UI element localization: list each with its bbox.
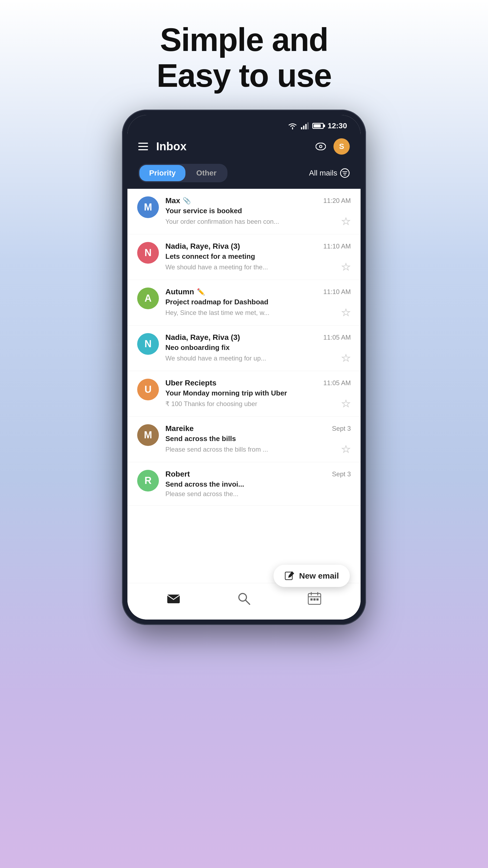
email-time: 11:05 AM (323, 334, 351, 341)
eye-button[interactable] (314, 139, 328, 154)
calendar-icon (307, 591, 322, 606)
star-icon[interactable] (341, 353, 351, 363)
phone-screen: 12:30 Inbox S Prior (127, 115, 361, 620)
svg-rect-3 (307, 122, 308, 129)
email-content: Robert Sept 3 Send across the invoi... P… (165, 470, 351, 498)
battery-icon (312, 123, 324, 129)
status-time: 12:30 (327, 122, 347, 130)
email-sender: Nadia, Raye, Riva (3) (165, 333, 240, 342)
svg-rect-0 (301, 127, 302, 129)
status-bar: 12:30 (127, 115, 361, 133)
email-item[interactable]: M Max 📎 11:20 AM Your service is booked … (127, 189, 361, 235)
email-time: 11:10 AM (323, 288, 351, 296)
star-icon[interactable] (341, 217, 351, 226)
email-preview: Please send across the... (165, 490, 351, 498)
email-preview: ₹ 100 Thanks for choosing uber (165, 400, 338, 408)
new-email-label: New email (299, 571, 339, 581)
email-item[interactable]: U Uber Reciepts 11:05 AM Your Monday mor… (127, 371, 361, 416)
svg-rect-12 (167, 595, 180, 603)
email-subject: Project roadmap for Dashboad (165, 298, 351, 306)
attachment-icon: 📎 (183, 197, 191, 205)
user-avatar[interactable]: S (333, 138, 350, 155)
star-icon[interactable] (341, 308, 351, 318)
email-content: Uber Reciepts 11:05 AM Your Monday morni… (165, 379, 351, 409)
svg-rect-21 (316, 598, 319, 600)
hamburger-button[interactable] (138, 143, 148, 150)
email-subject: Send across the invoi... (165, 480, 351, 489)
email-preview: Please send across the bills from ... (165, 446, 338, 453)
email-content: Nadia, Raye, Riva (3) 11:10 AM Lets conn… (165, 242, 351, 272)
tab-other[interactable]: Other (187, 165, 226, 181)
email-item[interactable]: A Autumn ✏️ 11:10 AM Project roadmap for… (127, 280, 361, 326)
email-preview: Your order confirmation has been con... (165, 218, 338, 225)
email-subject: Your Monday morning trip with Uber (165, 389, 351, 397)
nav-calendar[interactable] (299, 589, 330, 609)
phone-frame: 12:30 Inbox S Prior (122, 110, 366, 625)
avatar: U (137, 379, 159, 400)
svg-point-6 (320, 146, 322, 147)
email-time: Sept 3 (332, 470, 351, 478)
email-time: 11:05 AM (323, 379, 351, 387)
email-time: 11:10 AM (323, 243, 351, 250)
nav-search[interactable] (229, 589, 259, 609)
svg-line-14 (246, 600, 250, 604)
star-icon[interactable] (341, 399, 351, 409)
signal-icon (301, 122, 308, 129)
filter-bar: Priority Other All mails (127, 161, 361, 189)
star-icon[interactable] (341, 262, 351, 272)
nav-mail[interactable] (158, 589, 189, 609)
avatar: N (137, 333, 159, 355)
mail-icon (166, 591, 181, 606)
email-item[interactable]: N Nadia, Raye, Riva (3) 11:10 AM Lets co… (127, 235, 361, 280)
avatar: A (137, 287, 159, 309)
search-icon (237, 591, 251, 606)
inbox-title: Inbox (156, 140, 308, 153)
email-content: Mareike Sept 3 Send across the bills Ple… (165, 424, 351, 454)
wifi-icon (288, 122, 297, 129)
tab-priority[interactable]: Priority (139, 165, 186, 181)
email-sender: Nadia, Raye, Riva (3) (165, 242, 240, 251)
new-email-button[interactable]: New email (273, 565, 350, 587)
svg-rect-19 (311, 598, 313, 600)
svg-rect-20 (314, 598, 316, 600)
star-icon[interactable] (341, 444, 351, 454)
avatar: R (137, 470, 159, 492)
email-content: Autumn ✏️ 11:10 AM Project roadmap for D… (165, 287, 351, 318)
email-sender: Robert (165, 470, 190, 478)
all-mails-button[interactable]: All mails (309, 168, 350, 178)
email-time: 11:20 AM (323, 197, 351, 205)
svg-rect-2 (305, 124, 306, 129)
email-list: M Max 📎 11:20 AM Your service is booked … (127, 189, 361, 583)
compose-icon (284, 571, 295, 581)
email-sender: Mareike (165, 424, 194, 433)
email-sender: Uber Reciepts (165, 379, 216, 388)
avatar: M (137, 424, 159, 446)
email-content: Nadia, Raye, Riva (3) 11:05 AM Neo onboa… (165, 333, 351, 363)
page-title: Simple and Easy to use (157, 22, 332, 93)
email-subject: Send across the bills (165, 435, 351, 443)
email-sender: Autumn ✏️ (165, 287, 205, 296)
filter-icon (340, 168, 350, 178)
email-content: Max 📎 11:20 AM Your service is booked Yo… (165, 196, 351, 226)
eye-icon (316, 143, 326, 150)
svg-rect-1 (303, 126, 304, 129)
email-sender: Max 📎 (165, 196, 191, 205)
tab-group: Priority Other (138, 164, 227, 182)
email-subject: Your service is booked (165, 207, 351, 215)
email-time: Sept 3 (332, 425, 351, 432)
email-preview: Hey, Since the last time we met, w... (165, 309, 338, 316)
email-preview: We should have a meeting for the... (165, 264, 338, 271)
email-item[interactable]: R Robert Sept 3 Send across the invoi...… (127, 462, 361, 506)
avatar: M (137, 196, 159, 218)
email-preview: We should have a meeting for up... (165, 354, 338, 362)
avatar: N (137, 242, 159, 264)
email-item[interactable]: N Nadia, Raye, Riva (3) 11:05 AM Neo onb… (127, 326, 361, 371)
pencil-icon: ✏️ (197, 288, 205, 296)
email-item[interactable]: M Mareike Sept 3 Send across the bills P… (127, 416, 361, 462)
email-subject: Neo onboarding fix (165, 343, 351, 352)
email-subject: Lets connect for a meeting (165, 252, 351, 261)
app-header: Inbox S (127, 133, 361, 161)
bottom-nav (127, 583, 361, 620)
